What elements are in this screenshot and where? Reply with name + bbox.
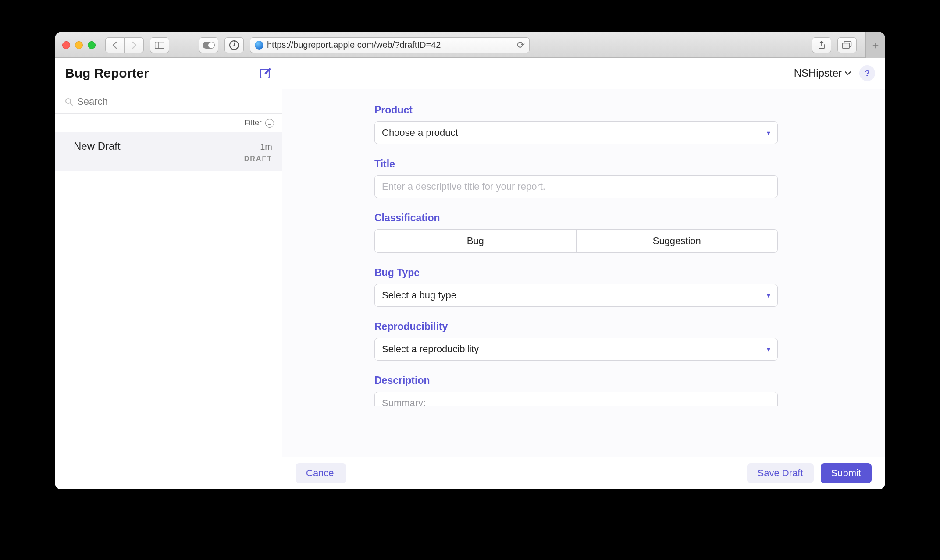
- help-button[interactable]: ?: [859, 65, 875, 81]
- description-peek-text: Summary:: [382, 397, 426, 406]
- bugtype-value: Select a bug type: [382, 290, 767, 301]
- title-input[interactable]: [374, 175, 778, 198]
- back-button[interactable]: [105, 37, 125, 53]
- product-value: Choose a product: [382, 127, 767, 138]
- label-reproducibility: Reproducibility: [374, 321, 778, 333]
- classification-suggestion[interactable]: Suggestion: [576, 230, 778, 252]
- share-button[interactable]: [812, 37, 831, 53]
- field-product: Product Choose a product ▾: [374, 104, 778, 144]
- main-panel: Product Choose a product ▾ Title Classif…: [282, 89, 885, 489]
- window-controls: [62, 41, 96, 49]
- url-text: https://bugreport.apple.com/web/?draftID…: [267, 40, 513, 50]
- app-body: Filter New Draft 1m DRAFT Product: [55, 89, 885, 489]
- close-window-button[interactable]: [62, 41, 70, 49]
- site-globe-icon: [255, 41, 263, 50]
- user-menu[interactable]: NSHipster: [794, 67, 851, 79]
- svg-rect-0: [155, 42, 164, 48]
- form-area: Product Choose a product ▾ Title Classif…: [282, 89, 885, 457]
- draft-time: 1m: [260, 142, 272, 152]
- search-field[interactable]: [55, 89, 282, 114]
- safari-window: https://bugreport.apple.com/web/?draftID…: [55, 32, 885, 489]
- chevron-down-icon: [844, 71, 851, 75]
- svg-line-6: [70, 103, 72, 105]
- compose-icon: [259, 67, 272, 80]
- nav-back-forward: [105, 37, 144, 53]
- draft-list-item[interactable]: New Draft 1m DRAFT: [55, 132, 282, 171]
- info-icon: [229, 40, 239, 50]
- toggle-icon: [203, 42, 215, 49]
- sidebar: Filter New Draft 1m DRAFT: [55, 89, 282, 489]
- search-input[interactable]: [77, 96, 272, 107]
- classification-bug[interactable]: Bug: [375, 230, 576, 252]
- filter-icon: [265, 119, 274, 128]
- app-header: Bug Reporter NSHipster ?: [55, 58, 885, 89]
- reload-icon[interactable]: ⟳: [517, 39, 525, 51]
- chevron-down-icon: ▾: [767, 345, 770, 354]
- address-bar[interactable]: https://bugreport.apple.com/web/?draftID…: [250, 37, 530, 53]
- reproducibility-select[interactable]: Select a reproducibility ▾: [374, 338, 778, 361]
- save-draft-button[interactable]: Save Draft: [747, 463, 814, 483]
- cancel-button[interactable]: Cancel: [296, 463, 346, 483]
- show-tabs-button[interactable]: [837, 37, 857, 53]
- forward-button[interactable]: [125, 37, 144, 53]
- chevron-down-icon: ▾: [767, 291, 770, 300]
- bug-reporter-app: Bug Reporter NSHipster ?: [55, 58, 885, 489]
- svg-rect-3: [843, 43, 850, 48]
- compose-button[interactable]: [259, 67, 272, 80]
- draft-badge: DRAFT: [74, 155, 272, 163]
- field-bugtype: Bug Type Select a bug type ▾: [374, 267, 778, 307]
- new-tab-button[interactable]: ＋: [865, 32, 885, 58]
- search-icon: [65, 98, 73, 106]
- filter-label: Filter: [244, 118, 262, 128]
- form-footer: Cancel Save Draft Submit: [282, 457, 885, 489]
- field-classification: Classification Bug Suggestion: [374, 212, 778, 253]
- field-reproducibility: Reproducibility Select a reproducibility…: [374, 321, 778, 361]
- reader-toggle[interactable]: [199, 37, 218, 53]
- label-bugtype: Bug Type: [374, 267, 778, 279]
- chevron-down-icon: ▾: [767, 129, 770, 137]
- app-title: Bug Reporter: [65, 66, 149, 81]
- user-name: NSHipster: [794, 67, 842, 79]
- label-title: Title: [374, 158, 778, 170]
- reproducibility-value: Select a reproducibility: [382, 344, 767, 355]
- field-description: Description Summary:: [374, 375, 778, 406]
- browser-titlebar: https://bugreport.apple.com/web/?draftID…: [55, 32, 885, 58]
- description-textarea[interactable]: Summary:: [374, 392, 778, 406]
- field-title: Title: [374, 158, 778, 198]
- draft-title: New Draft: [74, 140, 121, 152]
- show-sidebar-button[interactable]: [150, 37, 169, 53]
- bugtype-select[interactable]: Select a bug type ▾: [374, 284, 778, 307]
- product-select[interactable]: Choose a product ▾: [374, 121, 778, 144]
- label-description: Description: [374, 375, 778, 386]
- label-classification: Classification: [374, 212, 778, 224]
- classification-segmented: Bug Suggestion: [374, 229, 778, 253]
- label-product: Product: [374, 104, 778, 116]
- filter-bar[interactable]: Filter: [55, 114, 282, 132]
- zoom-window-button[interactable]: [88, 41, 96, 49]
- minimize-window-button[interactable]: [75, 41, 83, 49]
- privacy-report-button[interactable]: [224, 37, 244, 53]
- submit-button[interactable]: Submit: [821, 463, 872, 483]
